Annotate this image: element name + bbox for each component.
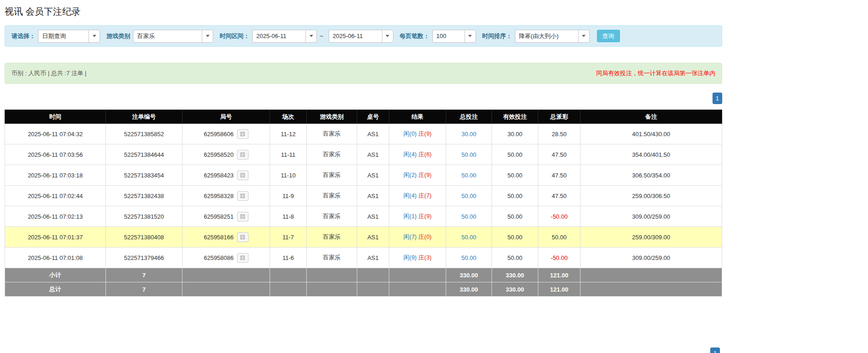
cell-time: 2025-06-11 07:04:32 — [5, 124, 106, 144]
date-to-dropdown-button[interactable] — [382, 30, 393, 43]
date-to-combobox — [329, 30, 393, 43]
round-result-icon[interactable]: ⚄ — [237, 212, 249, 221]
round-result-icon[interactable]: ⚄ — [237, 171, 249, 180]
footer-empty-cell — [182, 268, 270, 282]
cell-result: 闲(1) 庄(9) — [389, 206, 446, 227]
cell-game-type: 百家乐 — [307, 227, 357, 248]
footer-empty-cell — [270, 282, 307, 297]
cell-result: 闲(7) 庄(0) — [389, 227, 446, 248]
table-row: 2025-06-11 07:03:56522571384644625958520… — [5, 144, 722, 165]
footer-empty-cell — [581, 282, 722, 297]
chevron-down-icon — [582, 35, 586, 37]
cell-result: 闲(4) 庄(7) — [389, 186, 446, 206]
cell-bet-id: 522571385852 — [106, 124, 182, 144]
game-type-dropdown-button[interactable] — [202, 30, 213, 43]
chevron-down-icon — [206, 35, 210, 37]
cell-round-id: 625958606⚄ — [182, 124, 270, 144]
game-type-combobox — [133, 30, 213, 43]
footer-label: 总计 — [5, 282, 106, 297]
cell-total-bet[interactable]: 50.00 — [446, 144, 492, 165]
result-player: 闲(1) — [404, 213, 417, 220]
date-from-dropdown-button[interactable] — [305, 30, 317, 43]
cell-valid-bet: 50.00 — [492, 206, 538, 227]
cell-bet-id: 522571381520 — [106, 206, 182, 227]
cell-payout: 47.50 — [538, 186, 581, 206]
cell-bet-id: 522571383454 — [106, 165, 182, 186]
cell-valid-bet: 50.00 — [492, 165, 538, 186]
page-size-label: 每页笔数： — [400, 32, 430, 40]
footer-empty-cell — [581, 268, 722, 282]
page-button-1[interactable]: 1 — [713, 93, 722, 104]
result-banker: 庄(7) — [418, 192, 431, 199]
footer-payout: 121.00 — [538, 282, 581, 297]
round-id-text: 625958086 — [204, 254, 233, 261]
time-sort-combobox — [515, 30, 590, 43]
column-header: 时间 — [5, 110, 106, 124]
round-result-icon[interactable]: ⚄ — [237, 129, 249, 139]
round-result-icon[interactable]: ⚄ — [237, 253, 249, 263]
cell-total-bet[interactable]: 50.00 — [446, 206, 492, 227]
cell-time: 2025-06-11 07:01:37 — [5, 227, 106, 248]
round-id-text: 625958251 — [204, 213, 233, 220]
footer-count: 7 — [106, 268, 182, 282]
cell-total-bet[interactable]: 50.00 — [446, 165, 492, 186]
total-row: 总计7330.00330.00121.00 — [5, 282, 722, 297]
pagination-bottom-page-1[interactable]: 1 — [710, 347, 720, 353]
select-type-input[interactable] — [38, 30, 88, 43]
search-button[interactable]: 查询 — [597, 30, 620, 42]
summary-bar: 币别 : 人民币 | 总共 :7 注单 | 同局有效投注，统一计算在该局第一张注… — [5, 63, 722, 84]
column-header: 桌号 — [357, 110, 389, 124]
cell-total-bet[interactable]: 50.00 — [446, 186, 492, 206]
page-size-input[interactable] — [432, 30, 464, 43]
footer-valid-bet: 330.00 — [492, 282, 538, 297]
cell-round-id: 625958166⚄ — [182, 227, 270, 248]
cell-remark: 401.50/430.00 — [581, 124, 722, 144]
cell-session: 11-11 — [270, 144, 307, 165]
cell-round-id: 625958086⚄ — [182, 248, 270, 268]
select-type-dropdown-button[interactable] — [88, 30, 100, 43]
time-sort-label: 时间排序： — [482, 32, 512, 40]
table-row: 2025-06-11 07:02:44522571382438625958328… — [5, 186, 722, 206]
round-result-icon[interactable]: ⚄ — [237, 232, 249, 242]
cell-table-no: AS1 — [357, 248, 389, 268]
date-to-input[interactable] — [329, 30, 382, 43]
table-row: 2025-06-11 07:01:37522571380408625958166… — [5, 227, 722, 248]
page-size-dropdown-button[interactable] — [464, 30, 476, 43]
footer-total-bet: 330.00 — [446, 282, 492, 297]
cell-game-type: 百家乐 — [307, 124, 357, 144]
pagination: 1 — [5, 93, 722, 104]
chevron-down-icon — [310, 35, 313, 37]
cell-total-bet[interactable]: 50.00 — [446, 227, 492, 248]
table-footer: 小计7330.00330.00121.00总计7330.00330.00121.… — [5, 268, 722, 297]
footer-total-bet: 330.00 — [446, 268, 492, 282]
table-row: 2025-06-11 07:04:32522571385852625958606… — [5, 124, 722, 144]
result-banker: 庄(3) — [418, 254, 431, 261]
game-type-input[interactable] — [133, 30, 202, 43]
column-header: 局号 — [182, 110, 270, 124]
cell-payout: 47.50 — [538, 144, 581, 165]
filter-bar: 请选择： 游戏类别 时间区间： ~ 每页笔数： 时间排序： — [5, 25, 722, 47]
cell-bet-id: 522571379466 — [106, 248, 182, 268]
column-header: 总派彩 — [538, 110, 581, 124]
result-player: 闲(7) — [404, 233, 417, 240]
cell-time: 2025-06-11 07:02:44 — [5, 186, 106, 206]
cell-round-id: 625958423⚄ — [182, 165, 270, 186]
footer-valid-bet: 330.00 — [492, 268, 538, 282]
cell-game-type: 百家乐 — [307, 144, 357, 165]
cell-total-bet[interactable]: 50.00 — [446, 248, 492, 268]
cell-game-type: 百家乐 — [307, 165, 357, 186]
cell-time: 2025-06-11 07:02:13 — [5, 206, 106, 227]
round-result-icon[interactable]: ⚄ — [237, 150, 249, 160]
cell-total-bet[interactable]: 30.00 — [446, 124, 492, 144]
time-sort-dropdown-button[interactable] — [578, 30, 590, 43]
time-sort-input[interactable] — [515, 30, 578, 43]
chevron-down-icon — [93, 35, 96, 37]
cell-payout: 50.00 — [538, 227, 581, 248]
cell-valid-bet: 50.00 — [492, 227, 538, 248]
date-from-input[interactable] — [252, 30, 305, 43]
result-banker: 庄(9) — [418, 213, 431, 220]
result-player: 闲(9) — [404, 254, 417, 261]
cell-session: 11-9 — [270, 186, 307, 206]
round-result-icon[interactable]: ⚄ — [237, 191, 249, 201]
page-size-combobox — [432, 30, 476, 43]
